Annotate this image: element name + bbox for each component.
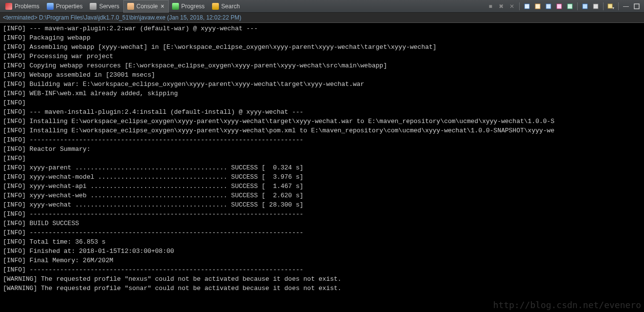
svg-rect-6 [593,4,598,9]
search-icon [212,2,219,10]
dropdown-icon[interactable] [606,2,615,11]
tab-label: Properties [56,3,83,10]
svg-rect-2 [546,4,551,9]
separator [618,2,619,10]
tab-progress[interactable]: Progress [169,0,209,13]
tab-label: Progress [181,3,205,10]
svg-rect-8 [634,4,639,9]
separator [603,2,604,10]
display-selected-icon[interactable] [555,2,564,11]
svg-rect-7 [608,4,612,8]
separator [577,2,578,10]
svg-rect-0 [525,4,529,9]
console-icon [127,2,135,10]
console-output[interactable]: [INFO] --- maven-war-plugin:2.2:war (def… [0,23,644,312]
tab-console[interactable]: Console × [123,0,169,13]
svg-rect-3 [557,4,562,9]
tab-properties[interactable]: Properties [43,0,87,13]
minimize-icon[interactable]: — [622,2,630,11]
svg-rect-5 [583,4,587,9]
tab-label: Console [137,3,158,10]
maximize-icon[interactable] [632,2,641,11]
svg-rect-4 [567,4,572,9]
servers-icon [89,2,97,10]
svg-rect-1 [535,4,540,9]
separator [519,2,520,10]
watermark-text: http://blog.csdn.net/evenero [493,300,641,310]
properties-icon [46,2,54,10]
view-tab-bar: Problems Properties Servers Console × Pr… [0,0,644,13]
progress-icon [172,2,179,10]
pin-console-icon[interactable] [544,2,553,11]
scroll-lock-icon[interactable] [533,2,542,11]
clear-console-icon[interactable] [523,2,531,11]
new-console-icon[interactable] [581,2,589,11]
terminate-all-icon[interactable]: ✖ [497,2,506,11]
tab-servers[interactable]: Servers [86,0,123,13]
tab-problems[interactable]: Problems [2,0,43,13]
close-icon[interactable]: × [161,3,164,10]
tab-search[interactable]: Search [209,0,244,13]
tab-label: Servers [99,3,119,10]
show-console-icon[interactable] [591,2,600,11]
terminated-status: <terminated> D:\Program Files\Java\jdk1.… [0,13,644,23]
terminate-icon[interactable]: ■ [486,2,495,11]
open-console-icon[interactable] [566,2,574,11]
remove-launch-icon[interactable]: ✕ [507,2,516,11]
console-toolbar: ■ ✖ ✕ — [486,2,644,11]
tab-label: Search [221,3,240,10]
problems-icon [5,2,13,10]
tab-label: Problems [15,3,39,10]
